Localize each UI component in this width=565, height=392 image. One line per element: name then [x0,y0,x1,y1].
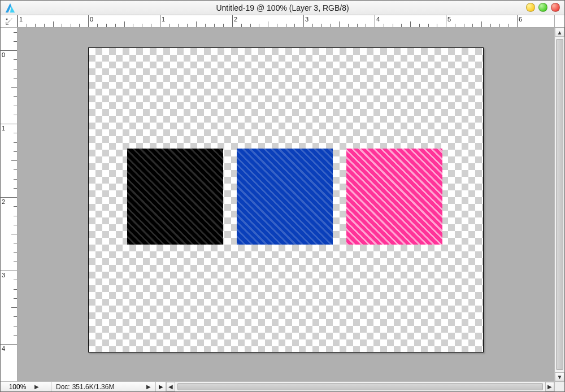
window-controls [526,3,560,12]
svg-rect-0 [6,18,7,20]
layers [89,48,483,352]
ruler-v-label: 3 [2,272,5,278]
status-menu-button[interactable]: ▶ [156,382,166,391]
chevron-right-icon: ▶ [547,384,552,390]
chevron-right-icon: ▶ [159,384,163,390]
scroll-up-button[interactable]: ▲ [555,28,564,37]
scroll-h-thumb[interactable] [177,383,543,390]
chevron-down-icon: ▼ [557,374,563,380]
ruler-h-label: 2 [234,16,237,23]
ruler-h-label: 0 [90,16,93,23]
canvas[interactable] [88,47,484,352]
ruler-v-label: 4 [2,345,5,352]
ruler-corner-tr [554,15,564,28]
minimize-button[interactable] [526,3,535,12]
scroll-right-button[interactable]: ▶ [545,382,554,391]
doc-size-value: 351.6K/1.36M [72,383,115,391]
ruler-v-label: 2 [2,198,5,205]
scrollbar-horizontal[interactable]: ◀ ▶ [166,382,554,391]
shape-square-black[interactable] [127,149,223,245]
titlebar[interactable]: Untitled-19 @ 100% (Layer 3, RGB/8) [1,1,564,15]
scrollbar-vertical[interactable]: ▲ ▼ [554,28,564,381]
zoom-field[interactable]: ▶ [1,382,51,391]
document-title: Untitled-19 @ 100% (Layer 3, RGB/8) [1,3,564,12]
shape-square-pink[interactable] [346,149,442,245]
chevron-up-icon: ▲ [557,29,563,36]
canvas-viewport[interactable] [18,28,554,381]
zoom-input[interactable] [3,383,32,391]
chevron-left-icon: ◀ [168,384,173,390]
status-bar: ▶ Doc: 351.6K/1.36M ▶ ▶ ◀ ▶ [1,381,564,391]
scroll-h-track[interactable] [175,382,545,391]
ruler-h-label: 3 [305,16,308,23]
scroll-v-track[interactable] [555,37,564,372]
ruler-origin[interactable] [1,15,18,28]
shape-square-blue[interactable] [237,149,333,245]
scroll-down-button[interactable]: ▼ [555,372,564,381]
ruler-h-label: 1 [162,16,165,23]
ruler-h-label: 4 [376,16,380,23]
ruler-h-label: 6 [519,16,522,23]
ruler-vertical[interactable]: 01234 [1,28,18,381]
doc-size-display[interactable]: Doc: 351.6K/1.36M ▶ [51,382,156,391]
ruler-h-label: 5 [447,16,451,23]
scroll-left-button[interactable]: ◀ [166,382,175,391]
ruler-v-label: 0 [2,51,5,58]
close-button[interactable] [551,3,560,12]
ruler-h-label: 1 [19,16,23,23]
scroll-v-thumb[interactable] [556,39,563,370]
workspace: 10123456 01234 ▲ ▼ ▶ Doc [1,15,564,391]
doc-info-dropdown-icon[interactable]: ▶ [146,384,151,390]
ruler-horizontal[interactable]: 10123456 [18,15,554,28]
app-window: Untitled-19 @ 100% (Layer 3, RGB/8) 1012… [0,0,565,392]
ruler-v-label: 1 [2,125,5,132]
doc-label: Doc: [56,383,70,391]
zoom-dropdown-icon[interactable]: ▶ [34,384,39,390]
scroll-corner [554,382,564,391]
maximize-button[interactable] [538,3,547,12]
